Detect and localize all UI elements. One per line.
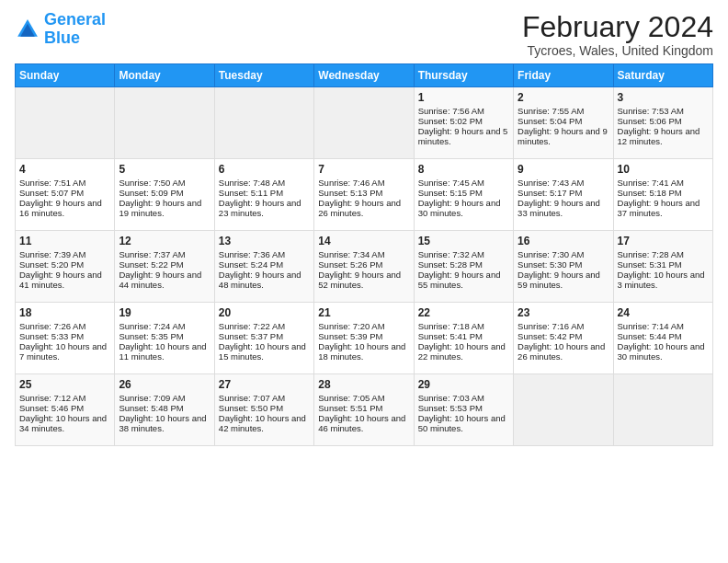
sunrise-text: Sunrise: 7:05 AM	[318, 393, 384, 403]
day-number: 14	[318, 235, 409, 247]
sunset-text: Sunset: 5:17 PM	[518, 188, 582, 198]
col-header-friday: Friday	[514, 64, 613, 87]
daylight-text: Daylight: 9 hours and 19 minutes.	[119, 198, 201, 218]
day-number: 13	[219, 235, 310, 247]
calendar-cell: 26Sunrise: 7:09 AMSunset: 5:48 PMDayligh…	[115, 374, 214, 446]
daylight-text: Daylight: 9 hours and 26 minutes.	[318, 198, 401, 218]
logo-line2: Blue	[44, 29, 80, 47]
day-number: 6	[219, 163, 310, 176]
sunset-text: Sunset: 5:11 PM	[219, 188, 283, 198]
daylight-text: Daylight: 9 hours and 5 minutes.	[418, 126, 508, 146]
sunset-text: Sunset: 5:28 PM	[418, 259, 483, 270]
day-number: 10	[618, 163, 709, 176]
sunset-text: Sunset: 5:07 PM	[19, 188, 84, 198]
sunrise-text: Sunrise: 7:22 AM	[219, 321, 285, 331]
sunset-text: Sunset: 5:30 PM	[518, 259, 582, 270]
calendar-cell: 3Sunrise: 7:53 AMSunset: 5:06 PMDaylight…	[613, 87, 712, 159]
calendar-cell: 10Sunrise: 7:41 AMSunset: 5:18 PMDayligh…	[613, 159, 712, 231]
sunset-text: Sunset: 5:53 PM	[418, 403, 483, 413]
daylight-text: Daylight: 9 hours and 9 minutes.	[518, 126, 608, 146]
sunrise-text: Sunrise: 7:09 AM	[119, 393, 185, 403]
sunset-text: Sunset: 5:41 PM	[418, 331, 483, 341]
sunrise-text: Sunrise: 7:51 AM	[19, 178, 85, 188]
calendar-cell: 20Sunrise: 7:22 AMSunset: 5:37 PMDayligh…	[214, 303, 313, 374]
week-row-2: 11Sunrise: 7:39 AMSunset: 5:20 PMDayligh…	[16, 231, 713, 303]
sunrise-text: Sunrise: 7:28 AM	[618, 249, 684, 259]
day-number: 26	[119, 378, 210, 391]
sunrise-text: Sunrise: 7:32 AM	[418, 249, 484, 259]
calendar-cell: 19Sunrise: 7:24 AMSunset: 5:35 PMDayligh…	[115, 303, 214, 374]
day-number: 20	[219, 306, 310, 319]
sunrise-text: Sunrise: 7:39 AM	[19, 249, 85, 259]
calendar-cell: 21Sunrise: 7:20 AMSunset: 5:39 PMDayligh…	[314, 303, 414, 374]
day-number: 1	[418, 91, 509, 104]
day-number: 19	[119, 306, 210, 319]
daylight-text: Daylight: 10 hours and 38 minutes.	[119, 413, 206, 433]
col-header-tuesday: Tuesday	[214, 64, 313, 87]
sunset-text: Sunset: 5:46 PM	[19, 403, 84, 413]
daylight-text: Daylight: 9 hours and 52 minutes.	[318, 270, 401, 290]
calendar-cell: 28Sunrise: 7:05 AMSunset: 5:51 PMDayligh…	[314, 374, 414, 446]
calendar-cell: 23Sunrise: 7:16 AMSunset: 5:42 PMDayligh…	[514, 303, 613, 374]
day-number: 15	[418, 235, 509, 247]
calendar-cell: 14Sunrise: 7:34 AMSunset: 5:26 PMDayligh…	[314, 231, 414, 303]
sunrise-text: Sunrise: 7:53 AM	[618, 106, 684, 116]
daylight-text: Daylight: 9 hours and 16 minutes.	[19, 198, 102, 218]
day-number: 29	[418, 378, 509, 391]
sunrise-text: Sunrise: 7:03 AM	[418, 393, 484, 403]
sunrise-text: Sunrise: 7:41 AM	[618, 178, 684, 188]
calendar-cell	[16, 87, 115, 159]
daylight-text: Daylight: 10 hours and 34 minutes.	[19, 413, 107, 433]
day-number: 8	[418, 163, 509, 176]
sunset-text: Sunset: 5:33 PM	[19, 331, 84, 341]
logo-icon	[15, 17, 40, 42]
week-row-3: 18Sunrise: 7:26 AMSunset: 5:33 PMDayligh…	[16, 303, 713, 374]
sunset-text: Sunset: 5:39 PM	[318, 331, 382, 341]
sunset-text: Sunset: 5:51 PM	[318, 403, 382, 413]
daylight-text: Daylight: 10 hours and 30 minutes.	[618, 341, 705, 362]
sunset-text: Sunset: 5:31 PM	[618, 259, 682, 270]
sunset-text: Sunset: 5:26 PM	[318, 259, 382, 270]
calendar-cell	[214, 87, 313, 159]
day-number: 25	[19, 378, 110, 391]
calendar-cell: 1Sunrise: 7:56 AMSunset: 5:02 PMDaylight…	[414, 87, 513, 159]
day-number: 9	[518, 163, 609, 176]
calendar-cell: 7Sunrise: 7:46 AMSunset: 5:13 PMDaylight…	[314, 159, 414, 231]
col-header-sunday: Sunday	[16, 64, 115, 87]
sunset-text: Sunset: 5:02 PM	[418, 116, 483, 126]
sunset-text: Sunset: 5:24 PM	[219, 259, 283, 270]
calendar-cell: 25Sunrise: 7:12 AMSunset: 5:46 PMDayligh…	[16, 374, 115, 446]
col-header-monday: Monday	[115, 64, 214, 87]
calendar-cell: 8Sunrise: 7:45 AMSunset: 5:15 PMDaylight…	[414, 159, 513, 231]
calendar-cell: 9Sunrise: 7:43 AMSunset: 5:17 PMDaylight…	[514, 159, 613, 231]
subtitle: Tycroes, Wales, United Kingdom	[522, 43, 713, 58]
sunset-text: Sunset: 5:48 PM	[119, 403, 183, 413]
sunrise-text: Sunrise: 7:48 AM	[219, 178, 285, 188]
day-number: 2	[518, 91, 609, 104]
sunset-text: Sunset: 5:20 PM	[19, 259, 84, 270]
logo: General Blue	[15, 11, 106, 48]
calendar-header-row: SundayMondayTuesdayWednesdayThursdayFrid…	[16, 64, 713, 87]
sunrise-text: Sunrise: 7:14 AM	[618, 321, 684, 331]
sunset-text: Sunset: 5:35 PM	[119, 331, 183, 341]
sunrise-text: Sunrise: 7:56 AM	[418, 106, 484, 116]
sunrise-text: Sunrise: 7:26 AM	[19, 321, 85, 331]
day-number: 21	[318, 306, 409, 319]
sunset-text: Sunset: 5:50 PM	[219, 403, 283, 413]
calendar-cell: 6Sunrise: 7:48 AMSunset: 5:11 PMDaylight…	[214, 159, 313, 231]
sunrise-text: Sunrise: 7:24 AM	[119, 321, 185, 331]
day-number: 22	[418, 306, 509, 319]
sunset-text: Sunset: 5:06 PM	[618, 116, 682, 126]
calendar-cell: 24Sunrise: 7:14 AMSunset: 5:44 PMDayligh…	[613, 303, 712, 374]
sunrise-text: Sunrise: 7:45 AM	[418, 178, 484, 188]
daylight-text: Daylight: 9 hours and 48 minutes.	[219, 270, 301, 290]
day-number: 28	[318, 378, 409, 391]
calendar-cell: 4Sunrise: 7:51 AMSunset: 5:07 PMDaylight…	[16, 159, 115, 231]
day-number: 3	[618, 91, 709, 104]
calendar-cell: 11Sunrise: 7:39 AMSunset: 5:20 PMDayligh…	[16, 231, 115, 303]
daylight-text: Daylight: 10 hours and 26 minutes.	[518, 341, 605, 362]
sunrise-text: Sunrise: 7:30 AM	[518, 249, 584, 259]
sunset-text: Sunset: 5:13 PM	[318, 188, 382, 198]
daylight-text: Daylight: 9 hours and 37 minutes.	[618, 198, 700, 218]
day-number: 7	[318, 163, 409, 176]
